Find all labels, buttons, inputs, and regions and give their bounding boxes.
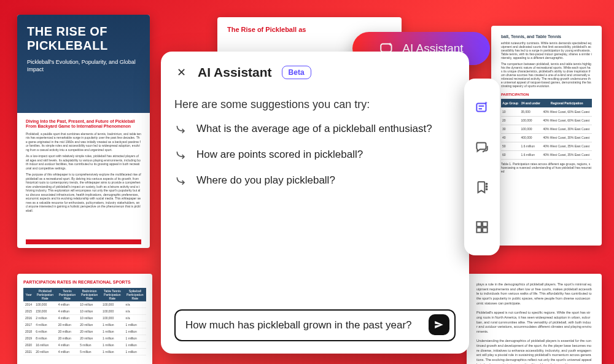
table-cell: 1 million <box>101 349 123 355</box>
table-cell: 2018 <box>23 328 34 335</box>
table-cell: 20 million <box>78 328 101 335</box>
suggestion-item[interactable]: Where do you play pickleball? <box>174 174 456 187</box>
doc-right-table: Age Group24 and underRegional Participat… <box>501 99 592 160</box>
table-cell: 20 million <box>56 335 79 342</box>
table-cell: 4 million <box>34 322 56 328</box>
table-cell: 4 million <box>56 315 79 322</box>
doc-paragraph: The purpose of this whitepaper is to com… <box>26 172 141 212</box>
table-cell: 2016 <box>23 315 34 322</box>
reply-arrow-icon <box>174 122 188 136</box>
table-cell: 20 million <box>78 322 101 328</box>
doc-right-paragraph: exhibit noteworthy contrasts. While tenn… <box>501 41 592 60</box>
table-cell: 20 million <box>78 335 101 342</box>
svg-rect-8 <box>483 228 488 233</box>
table-cell: n/a <box>124 315 146 322</box>
table-header-cell: Year <box>23 288 34 301</box>
close-icon[interactable]: ✕ <box>174 66 188 79</box>
suggestion-text: How are points scored in pickleball? <box>196 149 363 161</box>
svg-point-4 <box>486 188 488 190</box>
doc-paragraph: Pickleball, a paddle sport that combines… <box>26 132 141 152</box>
doc-footer-bar <box>26 239 141 244</box>
table-header-cell: Badminton Participation Rate <box>78 288 101 301</box>
participation-table: YearPickleball Participation RateTennis … <box>23 288 146 355</box>
ai-assistant-panel: ✕ AI Assistant Beta Here are some sugges… <box>161 52 469 354</box>
background-doc-table-bl: PARTICIPATION RATES IN RECREATIONAL SPOR… <box>17 274 152 364</box>
table-cell: 100,000 <box>101 308 123 315</box>
chat-icon[interactable] <box>473 138 491 157</box>
table-cell: 4 million <box>56 301 79 308</box>
reply-arrow-icon <box>174 148 188 161</box>
sparkle-note-icon[interactable] <box>473 98 491 117</box>
table-cell: 8 million <box>34 335 56 342</box>
chat-input[interactable] <box>185 319 425 331</box>
table-cell: 2 million <box>34 315 56 322</box>
table-cell: 1 million <box>124 328 146 335</box>
table-cell: 20 million <box>34 349 56 355</box>
beta-badge: Beta <box>282 66 311 79</box>
panel-title: AI Assistant <box>198 65 272 80</box>
table-cell: 150,000 <box>34 308 56 315</box>
suggestion-item[interactable]: What is the average age of a pickleball … <box>174 122 456 136</box>
doc-right-subhead: PARTICIPATION <box>501 93 592 96</box>
table-row: 20198 million20 million20 million1 milli… <box>23 335 146 342</box>
table-cell: 16 million <box>34 342 56 349</box>
table-cell: 1 million <box>101 328 123 335</box>
table-cell: 4 million <box>56 349 79 355</box>
doc-table-heading: PARTICIPATION RATES IN RECREATIONAL SPOR… <box>23 280 146 284</box>
table-row: 20174 million20 million20 million1 milli… <box>23 322 146 328</box>
table-cell: 100,000 <box>34 301 56 308</box>
table-cell: 5 million <box>78 342 101 349</box>
background-doc-cover: THE RISE OF PICKLEBALL Pickleball's Evol… <box>17 15 150 248</box>
svg-rect-5 <box>476 222 481 227</box>
svg-rect-7 <box>476 228 481 233</box>
svg-rect-6 <box>483 222 488 227</box>
doc-cover-title: THE RISE OF PICKLEBALL <box>27 25 140 53</box>
reply-arrow-icon <box>174 174 188 187</box>
table-cell: 20 million <box>56 322 79 328</box>
table-cell: 100,000 <box>101 301 123 308</box>
table-cell: 2014 <box>23 301 34 308</box>
table-cell: 10 million <box>78 301 101 308</box>
suggestion-list: What is the average age of a pickleball … <box>174 122 456 187</box>
panel-intro-text: Here are some suggestions you can try: <box>174 98 456 111</box>
table-cell: 4 million <box>56 342 79 349</box>
table-cell: 1 million <box>101 335 123 342</box>
table-header-cell: Table Tennis Participation Rate <box>101 288 123 301</box>
table-cell: 1 million <box>124 349 146 355</box>
table-cell: n/a <box>124 308 146 315</box>
send-button[interactable] <box>429 314 449 335</box>
table-cell: 4 million <box>56 308 79 315</box>
table-cell: 5 million <box>78 349 101 355</box>
svg-rect-1 <box>476 103 486 111</box>
doc-cover-subtitle: Pickleball's Evolution, Popularity, and … <box>27 59 140 73</box>
grid-icon[interactable] <box>473 218 491 236</box>
table-cell: 1 million <box>124 342 146 349</box>
svg-point-2 <box>486 183 488 184</box>
table-cell: 2015 <box>23 308 34 315</box>
table-cell: 10 million <box>78 308 101 315</box>
table-header-cell: Pickleball Participation Rate <box>34 288 56 301</box>
chat-input-container <box>174 309 456 341</box>
table-cell: n/a <box>124 301 146 308</box>
suggestion-text: Where do you play pickleball? <box>196 174 335 187</box>
table-row: 202120 million4 million5 million1 millio… <box>23 349 146 355</box>
doc-paragraph: As a low-impact sport with relatively si… <box>26 154 141 170</box>
doc-right-caption: Table 1. Participation rates across diff… <box>501 162 592 173</box>
table-cell: 1 million <box>124 322 146 328</box>
table-cell: 10 million <box>78 315 101 322</box>
table-row: 202016 million4 million5 million1 millio… <box>23 342 146 349</box>
table-cell: 2021 <box>23 349 34 355</box>
suggestion-item[interactable]: How are points scored in pickleball? <box>174 148 456 161</box>
doc-right-heading: ball, Tennis, and Table Tennis <box>501 34 592 39</box>
send-icon <box>433 319 445 330</box>
doc-right-paragraph: The comparison between pickleball, tenni… <box>501 62 592 88</box>
table-cell: 20 million <box>56 328 79 335</box>
suggestion-text: What is the average age of a pickleball … <box>196 123 432 135</box>
svg-point-3 <box>486 186 488 187</box>
table-cell: 100,000 <box>101 315 123 322</box>
background-doc-right: ball, Tennis, and Table Tennis exhibit n… <box>491 26 602 246</box>
table-header-cell: Spikeball Participation Rate <box>124 288 146 301</box>
table-row: 2014100,0004 million10 million100,000n/a <box>23 301 146 308</box>
bookmark-icon[interactable] <box>473 178 491 196</box>
doc-cover-hero: THE RISE OF PICKLEBALL Pickleball's Evol… <box>17 15 150 113</box>
